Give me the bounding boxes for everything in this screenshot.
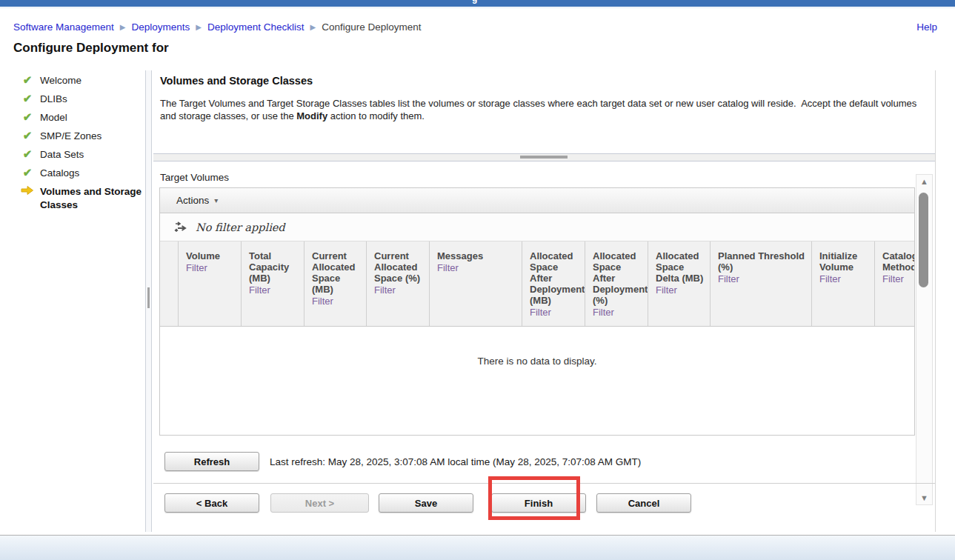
column-filter-link[interactable]: Filter <box>718 273 808 284</box>
actions-label: Actions <box>176 195 209 206</box>
column-filter-link[interactable]: Filter <box>882 273 911 284</box>
checkmark-icon: ✔ <box>20 148 35 160</box>
horizontal-splitter-grip[interactable] <box>520 156 568 159</box>
checkmark-icon: ✔ <box>20 130 35 141</box>
table-header-row: VolumeFilterTotal Capacity (MB)FilterCur… <box>160 241 914 327</box>
checkmark-icon: ✔ <box>20 93 35 104</box>
wizard-step-label: DLIBs <box>40 93 67 106</box>
column-filter-link[interactable]: Filter <box>186 262 238 273</box>
column-filter-link[interactable]: Filter <box>374 284 426 296</box>
page-title: Configure Deployment for <box>13 41 169 56</box>
wizard-step-label: Volumes and Storage Classes <box>40 185 144 212</box>
column-header: Planned Threshold (%)Filter <box>711 241 812 326</box>
clipped-tab-text: g <box>472 0 477 4</box>
last-refresh-status: Last refresh: May 28, 2025, 3:07:08 AM l… <box>270 456 641 467</box>
zosmf-configure-deployment-page: g Software Management▶Deployments▶Deploy… <box>0 0 955 560</box>
filter-status-row: No filter applied <box>160 213 914 241</box>
table-empty-body: There is no data to display. <box>160 327 914 435</box>
current-step-arrow-icon <box>20 185 35 198</box>
cancel-button[interactable]: Cancel <box>596 493 691 513</box>
vertical-splitter[interactable] <box>145 70 152 532</box>
scrollbar-thumb[interactable] <box>919 193 928 287</box>
column-title: Planned Threshold (%) <box>718 250 808 273</box>
horizontal-splitter[interactable] <box>153 153 935 161</box>
column-header: Current Allocated Space (%)Filter <box>367 241 430 326</box>
column-title: Messages <box>437 250 519 261</box>
section-description: The Target Volumes and Target Storage Cl… <box>160 97 923 122</box>
finish-button[interactable]: Finish <box>491 493 586 513</box>
column-filter-link[interactable]: Filter <box>593 307 645 318</box>
checkmark-icon: ✔ <box>20 111 35 123</box>
wizard-button-row: < Back Next > Save Finish Cancel <box>153 493 935 516</box>
topbar-underline <box>0 7 955 8</box>
wizard-step-label: Welcome <box>40 74 81 87</box>
wizard-step-data-sets[interactable]: ✔Data Sets <box>20 148 144 161</box>
wizard-step-catalogs[interactable]: ✔Catalogs <box>20 167 144 180</box>
column-header: Total Capacity (MB)Filter <box>242 241 305 326</box>
chevron-down-icon: ▾ <box>214 196 218 204</box>
top-window-bar: g <box>0 0 955 7</box>
checkmark-icon: ✔ <box>20 74 35 86</box>
checkmark-icon: ✔ <box>20 167 35 179</box>
breadcrumb-link[interactable]: Deployments <box>132 21 190 33</box>
column-filter-link[interactable]: Filter <box>249 284 301 296</box>
column-filter-link[interactable]: Filter <box>656 284 707 296</box>
main-panel: Volumes and Storage Classes The Target V… <box>153 70 936 532</box>
column-title: Current Allocated Space (MB) <box>312 250 363 295</box>
scroll-up-arrow-icon[interactable]: ▲ <box>916 177 932 186</box>
wizard-step-volumes-and-storage-classes[interactable]: Volumes and Storage Classes <box>20 185 144 212</box>
column-title: Allocated Space Delta (MB) <box>656 250 707 284</box>
wizard-step-label: Model <box>40 111 67 124</box>
help-link[interactable]: Help <box>916 21 937 33</box>
filter-status-text: No filter applied <box>196 221 285 233</box>
wizard-step-dlibs[interactable]: ✔DLIBs <box>20 93 144 106</box>
column-filter-link[interactable]: Filter <box>819 273 871 284</box>
target-volumes-table: Actions ▾ No filter applied VolumeFilter… <box>159 187 915 436</box>
column-header: Catalog MethodFilter <box>875 241 914 326</box>
column-header: Allocated Space Delta (MB)Filter <box>648 241 711 326</box>
next-button[interactable]: Next > <box>270 493 369 513</box>
column-title: Initialize Volume <box>819 250 871 273</box>
description-bold: Modify <box>296 110 327 121</box>
column-header: Current Allocated Space (MB)Filter <box>305 241 367 326</box>
description-post: action to modify them. <box>327 110 425 121</box>
column-header: Allocated Space After Deployment (MB)Fil… <box>522 241 585 326</box>
column-header: VolumeFilter <box>179 241 242 326</box>
back-button[interactable]: < Back <box>164 493 259 513</box>
vertical-splitter-grip[interactable] <box>147 287 150 308</box>
wizard-step-label: Catalogs <box>40 167 79 180</box>
breadcrumb-link[interactable]: Deployment Checklist <box>207 21 305 33</box>
wizard-step-model[interactable]: ✔Model <box>20 111 144 124</box>
column-header: Allocated Space After Deployment (%)Filt… <box>585 241 648 326</box>
empty-table-message: There is no data to display. <box>477 356 596 367</box>
column-title: Volume <box>186 250 238 261</box>
breadcrumb-link[interactable]: Software Management <box>13 21 114 33</box>
breadcrumb-separator-icon: ▶ <box>196 23 202 31</box>
column-filter-link[interactable]: Filter <box>437 262 519 273</box>
refresh-button[interactable]: Refresh <box>164 452 259 471</box>
actions-menu-button[interactable]: Actions ▾ <box>172 194 222 207</box>
filter-icon[interactable] <box>174 221 187 233</box>
column-filter-link[interactable]: Filter <box>312 296 363 307</box>
wizard-step-label: SMP/E Zones <box>40 130 102 143</box>
wizard-step-smp-e-zones[interactable]: ✔SMP/E Zones <box>20 130 144 143</box>
wizard-steps: ✔Welcome✔DLIBs✔Model✔SMP/E Zones✔Data Se… <box>20 74 144 217</box>
refresh-row: Refresh Last refresh: May 28, 2025, 3:07… <box>153 452 935 471</box>
wizard-step-label: Data Sets <box>40 148 84 161</box>
column-header: MessagesFilter <box>430 241 522 326</box>
button-row-divider <box>153 483 935 484</box>
description-pre: The Target Volumes and Target Storage Cl… <box>160 98 919 121</box>
breadcrumb-separator-icon: ▶ <box>120 23 126 31</box>
column-title: Catalog Method <box>882 250 911 273</box>
column-title: Current Allocated Space (%) <box>374 250 426 284</box>
save-button[interactable]: Save <box>379 493 473 513</box>
section-heading: Volumes and Storage Classes <box>160 75 313 87</box>
column-header: Initialize VolumeFilter <box>812 241 875 326</box>
wizard-step-welcome[interactable]: ✔Welcome <box>20 74 144 87</box>
breadcrumb-current: Configure Deployment <box>322 21 421 33</box>
column-title: Allocated Space After Deployment (%) <box>593 250 645 306</box>
table-title: Target Volumes <box>160 172 229 183</box>
breadcrumb-separator-icon: ▶ <box>310 23 316 31</box>
column-title: Total Capacity (MB) <box>249 250 301 284</box>
column-filter-link[interactable]: Filter <box>530 307 582 318</box>
